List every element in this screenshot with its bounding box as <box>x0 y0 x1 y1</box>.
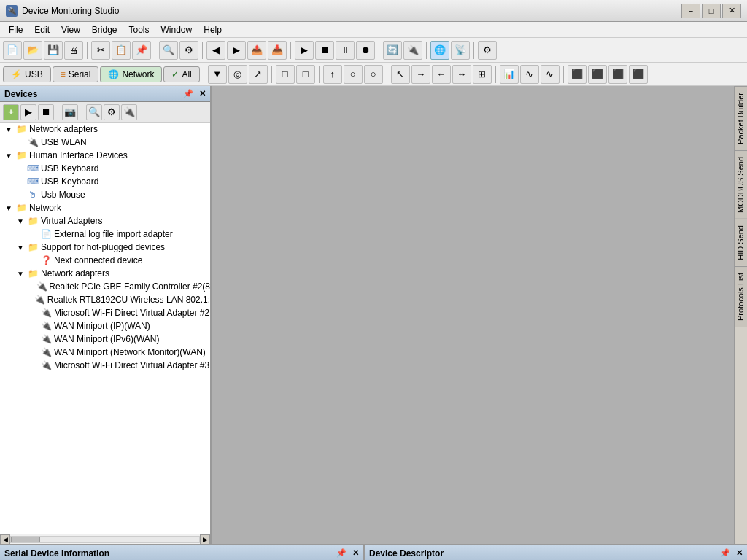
tab-network[interactable]: 🌐 Network <box>100 66 162 82</box>
capture-btn[interactable]: 📷 <box>62 104 78 120</box>
settings-btn[interactable]: ⚙ <box>104 104 120 120</box>
maximize-button[interactable]: □ <box>702 4 721 18</box>
tb2-ex3[interactable]: ⬛ <box>608 65 627 84</box>
tb2-arrow[interactable]: ▼ <box>208 65 227 84</box>
tree-item-ext-log[interactable]: 📄 External log file import adapter <box>0 228 210 241</box>
expand-icon-network[interactable]: ▼ <box>3 204 15 212</box>
hscroll-thumb[interactable] <box>11 537 40 542</box>
plugin-btn[interactable]: 🔌 <box>121 104 137 120</box>
menu-file[interactable]: File <box>3 23 28 36</box>
play-btn[interactable]: ▶ <box>20 104 36 120</box>
sidebar-tab-packet-builder[interactable]: Packet Builder <box>735 86 747 150</box>
tb2-plugin2[interactable]: ↗ <box>249 65 268 84</box>
serial-close-icon[interactable]: ✕ <box>352 548 359 558</box>
tree-item-usb-mouse[interactable]: 🖱 Usb Mouse <box>0 188 210 201</box>
tb-rec[interactable]: ⏺ <box>356 41 375 60</box>
tree-item-ms-wifi2[interactable]: 🔌 Microsoft Wi-Fi Direct Virtual Adapter… <box>0 359 210 372</box>
sidebar-tab-hid-send[interactable]: HID Send <box>735 219 747 266</box>
tb2-circ1[interactable]: ○ <box>344 65 363 84</box>
hscroll-track[interactable] <box>10 536 200 543</box>
close-button[interactable]: ✕ <box>722 4 741 18</box>
expand-icon-net-adapters-2[interactable]: ▼ <box>15 270 26 278</box>
tb2-ex1[interactable]: ⬛ <box>568 65 587 84</box>
tb-play[interactable]: ▶ <box>295 41 314 60</box>
tree-item-wan-netmon[interactable]: 🔌 WAN Miniport (Network Monitor)(WAN) <box>0 346 210 359</box>
sidebar-tab-modbus-send[interactable]: MODBUS Send <box>735 150 747 219</box>
tree-item-hid[interactable]: ▼ 📁 Human Interface Devices <box>0 149 210 162</box>
sidebar-tab-protocols-list[interactable]: Protocols List <box>735 266 747 327</box>
hscroll-left[interactable]: ◀ <box>0 534 10 545</box>
menu-help[interactable]: Help <box>198 23 228 36</box>
tb-refresh[interactable]: 🔄 <box>383 41 402 60</box>
tab-all[interactable]: ✓ All <box>163 66 199 82</box>
devices-close-icon[interactable]: ✕ <box>199 89 206 98</box>
tb2-sq2[interactable]: □ <box>296 65 315 84</box>
tb-extra[interactable]: ⚙ <box>478 41 497 60</box>
tb2-ex4[interactable]: ⬛ <box>629 65 648 84</box>
expand-icon-hid[interactable]: ▼ <box>3 152 15 160</box>
tb-print[interactable]: 🖨 <box>64 41 83 60</box>
tree-item-support-hot[interactable]: ▼ 📁 Support for hot-plugged devices <box>0 241 210 254</box>
tb-recv[interactable]: 📥 <box>268 41 287 60</box>
tb2-cursor[interactable]: ↖ <box>391 65 410 84</box>
tab-usb[interactable]: ⚡ USB <box>3 66 51 82</box>
tree-item-network[interactable]: ▼ 📁 Network <box>0 201 210 214</box>
tab-serial[interactable]: ≡ Serial <box>53 66 99 82</box>
desc-pin-icon[interactable]: 📌 <box>720 548 730 558</box>
tb2-chart[interactable]: 📊 <box>500 65 519 84</box>
tb2-target[interactable]: ◎ <box>228 65 247 84</box>
tb-save[interactable]: 💾 <box>44 41 63 60</box>
menu-window[interactable]: Window <box>155 23 198 36</box>
tree-item-wan-ip[interactable]: 🔌 WAN Miniport (IP)(WAN) <box>0 319 210 332</box>
tree-item-wan-ipv6[interactable]: 🔌 WAN Miniport (IPv6)(WAN) <box>0 332 210 346</box>
tree-item-virtual-adapters[interactable]: ▼ 📁 Virtual Adapters <box>0 214 210 228</box>
tb-next[interactable]: ▶ <box>227 41 246 60</box>
tb2-arr2[interactable]: ← <box>432 65 451 84</box>
tb2-wave1[interactable]: ∿ <box>520 65 539 84</box>
menu-edit[interactable]: Edit <box>28 23 55 36</box>
tb2-ex2[interactable]: ⬛ <box>588 65 607 84</box>
devices-hscroll[interactable]: ◀ ▶ <box>0 534 210 544</box>
devices-pin-icon[interactable]: 📌 <box>183 89 193 98</box>
tb-stop[interactable]: ⏹ <box>315 41 334 60</box>
tb2-group[interactable]: ⊞ <box>473 65 492 84</box>
menu-tools[interactable]: Tools <box>123 23 155 36</box>
tb2-wave2[interactable]: ∿ <box>541 65 560 84</box>
tb-pause[interactable]: ⏸ <box>336 41 355 60</box>
tb-new[interactable]: 📄 <box>3 41 22 60</box>
tb-cut[interactable]: ✂ <box>91 41 110 60</box>
expand-icon-net-adapters-1[interactable]: ▼ <box>3 125 15 133</box>
add-btn[interactable]: + <box>3 104 19 120</box>
tree-item-usb-wlan[interactable]: 🔌 USB WLAN <box>0 136 210 149</box>
tb2-send[interactable]: ↑ <box>323 65 342 84</box>
tb-plugin[interactable]: 🔌 <box>403 41 422 60</box>
hscroll-right[interactable]: ▶ <box>200 534 210 545</box>
stop-btn[interactable]: ⏹ <box>38 104 54 120</box>
tb2-circ2[interactable]: ○ <box>364 65 383 84</box>
serial-pin-icon[interactable]: 📌 <box>336 548 347 558</box>
minimize-button[interactable]: − <box>681 4 700 18</box>
tb2-sq1[interactable]: □ <box>276 65 295 84</box>
tree-item-usb-kb2[interactable]: ⌨ USB Keyboard <box>0 175 210 188</box>
tree-item-usb-kb1[interactable]: ⌨ USB Keyboard <box>0 162 210 175</box>
menu-view[interactable]: View <box>55 23 86 36</box>
tb-send[interactable]: 📤 <box>247 41 266 60</box>
menu-bridge[interactable]: Bridge <box>86 23 123 36</box>
tb-filter[interactable]: 🔍 <box>159 41 178 60</box>
tb-net[interactable]: 🌐 <box>430 41 449 60</box>
tree-item-realtek-wlan[interactable]: 🔌 Realtek RTL8192CU Wireless LAN 802.1: <box>0 293 210 306</box>
tb-open[interactable]: 📂 <box>23 41 42 60</box>
tb2-arr3[interactable]: ↔ <box>452 65 471 84</box>
tree-item-net-adapters-2[interactable]: ▼ 📁 Network adapters <box>0 267 210 280</box>
devices-tree[interactable]: ▼ 📁 Network adapters 🔌 USB WLAN ▼ 📁 Hu <box>0 122 210 534</box>
tree-item-net-adapters-1[interactable]: ▼ 📁 Network adapters <box>0 122 210 136</box>
tb-filter2[interactable]: ⚙ <box>179 41 198 60</box>
tb2-arr1[interactable]: → <box>411 65 430 84</box>
tb-copy[interactable]: 📋 <box>112 41 131 60</box>
tree-item-next-device[interactable]: ❓ Next connected device <box>0 254 210 267</box>
desc-close-icon[interactable]: ✕ <box>736 548 743 558</box>
tree-item-ms-wifi1[interactable]: 🔌 Microsoft Wi-Fi Direct Virtual Adapter… <box>0 306 210 319</box>
tree-item-realtek-gbe[interactable]: 🔌 Realtek PCIe GBE Family Controller #2(… <box>0 280 210 293</box>
tb-prev[interactable]: ◀ <box>206 41 225 60</box>
tb-paste[interactable]: 📌 <box>132 41 151 60</box>
